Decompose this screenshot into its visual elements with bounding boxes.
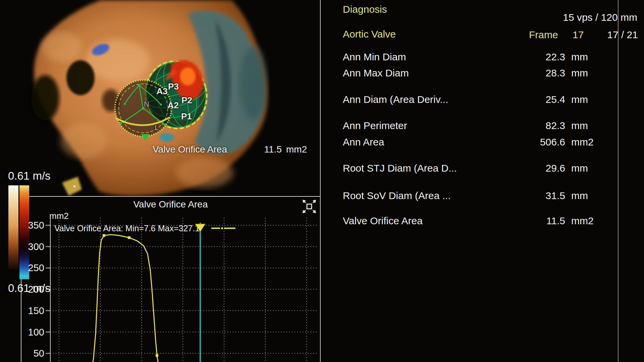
curve-marker [103,234,105,237]
right-panel-rule [618,0,619,362]
measurement-label: Root SoV Diam (Area ... [343,190,451,201]
curve-marker [156,354,158,357]
measurement-unit: mm [571,163,588,174]
segment-label-l: L [155,123,159,132]
valve-orifice-area-plot [21,196,320,362]
measurement-unit: mm [571,190,588,201]
velocity-scale-top-label: 0.61 m/s [8,170,51,182]
measurement-value: 506.6 [486,137,565,147]
segment-label-p2: P2 [181,95,192,106]
legend-dash [224,228,235,229]
acquisition-info: 15 vps / 120 mm [470,12,637,23]
echo-caption-label: Valve Orifice Area [153,144,227,155]
frame-fraction: 17 / 21 [553,29,638,40]
measurement-label: Root STJ Diam (Area D... [343,163,457,174]
tissue-fragment [62,177,82,196]
measurement-value: 22.3 [486,52,565,62]
curve-marker [128,236,130,239]
measurement-unit: mm [571,94,588,105]
segment-label-n: N [144,100,149,109]
segment-label-p3: P3 [168,81,179,92]
echo-caption-value: 11.5 [235,144,282,155]
measurement-unit: mm2 [571,137,594,147]
tissue-colorbar [8,185,18,269]
measurement-label: Valve Orifice Area [343,216,423,226]
measurement-value: 25.4 [486,94,565,105]
measurement-label: Ann Max Diam [343,68,409,78]
measurement-value: 31.5 [486,190,565,201]
measurement-label: Ann Area [343,137,384,147]
measurement-unit: mm [571,52,588,62]
measurement-label: Ann Min Diam [343,52,406,62]
measurement-label: Ann Perimeter [343,120,407,131]
measurement-value: 11.5 [486,216,565,226]
frame-cursor-marker[interactable] [195,224,205,232]
expand-icon[interactable] [301,198,317,215]
measurement-value: 29.6 [486,163,565,174]
section-title-aortic-valve: Aortic Valve [343,29,396,40]
segment-label-a3: A3 [156,86,167,97]
area-curve [91,235,161,362]
segment-label-p1: P1 [181,111,192,122]
measurement-unit: mm [571,68,588,78]
measurement-value: 82.3 [486,120,565,131]
diagnosis-heading: Diagnosis [343,4,387,15]
cavity-dark [66,60,95,95]
echo-caption-unit: mm2 [286,144,307,155]
cavity-dark [31,75,59,121]
echo-workstation-screen: { "header": { "diagnosis": "Diagnosis", … [0,0,644,362]
measurement-label: Ann Diam (Area Deriv... [343,94,448,105]
measurement-value: 28.3 [486,68,565,78]
legend-dash [211,228,220,229]
measurement-unit: mm [571,120,588,131]
3d-echo-image [20,0,322,196]
measurement-unit: mm2 [571,216,594,226]
segment-label-a2: A2 [167,100,178,111]
doppler-teal-patch [160,133,174,142]
